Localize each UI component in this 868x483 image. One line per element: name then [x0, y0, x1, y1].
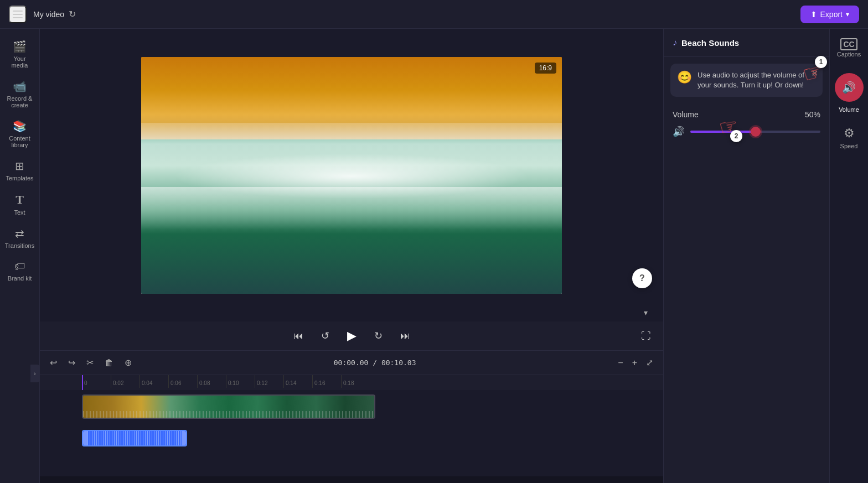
your-media-icon: 🎬	[13, 40, 27, 53]
cut-button[interactable]: ✂	[83, 355, 97, 370]
sidebar-item-label-your-media: Your media	[6, 55, 34, 69]
templates-icon: ⊞	[15, 159, 24, 173]
playback-controls: ⏮ ↺ ▶ ↻ ⏭ ⛶	[40, 321, 663, 350]
tooltip-close-button[interactable]: ✕	[811, 68, 818, 79]
audio-waveform	[87, 431, 182, 445]
fit-timeline-button[interactable]: ⤢	[643, 355, 657, 370]
sidebar-item-templates[interactable]: ⊞ Templates	[3, 155, 37, 186]
rewind-5s-button[interactable]: ↺	[318, 326, 333, 345]
export-icon: ⬆	[810, 10, 817, 19]
video-preview: 16:9	[141, 57, 562, 294]
left-sidebar: 🎬 Your media 📹 Record &create 📚 Contentl…	[0, 29, 40, 483]
sidebar-item-your-media[interactable]: 🎬 Your media	[3, 35, 37, 73]
zoom-in-button[interactable]: +	[629, 355, 640, 370]
zoom-out-button[interactable]: −	[614, 355, 626, 370]
audio-track-row	[40, 423, 663, 456]
volume-value: 50%	[805, 110, 820, 119]
transitions-icon: ⇄	[15, 227, 24, 240]
timeline-tracks	[40, 390, 663, 476]
panel-title: Beach Sounds	[681, 38, 739, 48]
content-library-icon: 📚	[13, 120, 27, 133]
play-pause-button[interactable]: ▶	[344, 325, 360, 346]
fullscreen-button[interactable]: ⛶	[638, 327, 654, 345]
help-icon: ?	[639, 273, 645, 283]
audio-clip[interactable]	[82, 430, 187, 446]
speed-button[interactable]: ⚙ Speed	[834, 122, 865, 154]
sidebar-item-label-brand-kit: Brand kit	[8, 275, 32, 282]
tooltip-emoji: 😊	[677, 70, 692, 90]
audio-track-content	[82, 423, 663, 456]
project-title[interactable]: My video ↻	[33, 9, 76, 19]
timeline-scrollbar[interactable]	[40, 476, 663, 483]
ruler-mark-010: 0:10	[226, 375, 255, 388]
ruler-mark-002: 0:02	[111, 375, 140, 388]
tooltip-card: 😊 Use audio to adjust the volume of your…	[670, 64, 823, 97]
timeline-ruler: 0 0:02 0:04 0:06 0:08 0:10 0:12 0:14 0:1…	[40, 375, 663, 390]
video-track-row	[40, 390, 663, 423]
undo-button[interactable]: ↩	[46, 355, 60, 370]
ruler-mark-014: 0:14	[283, 375, 312, 388]
sidebar-item-label-transitions: Transitions	[5, 242, 34, 249]
volume-large-icon: 🔊	[835, 73, 864, 102]
sidebar-item-brand-kit[interactable]: 🏷 Brand kit	[3, 256, 37, 286]
main-layout: 🎬 Your media 📹 Record &create 📚 Contentl…	[0, 29, 868, 483]
volume-panel-button[interactable]: 🔊 Volume	[834, 66, 865, 117]
playhead[interactable]	[82, 375, 83, 390]
brand-kit-icon: 🏷	[14, 260, 25, 273]
speed-icon: ⚙	[844, 126, 855, 141]
captions-icon: CC	[840, 38, 857, 50]
video-canvas: 16:9 ? ▾	[40, 29, 663, 321]
chevron-left-icon: ›	[34, 371, 35, 377]
audio-clip-handle-right[interactable]	[182, 431, 186, 445]
sidebar-item-content-library[interactable]: 📚 Contentlibrary	[3, 115, 37, 153]
ruler-mark-018: 0:18	[341, 375, 370, 388]
top-bar: My video ↻ ⬆ Export ▾	[0, 0, 868, 29]
volume-section: Volume 50% 🔊	[664, 103, 829, 144]
video-clip[interactable]	[82, 394, 375, 419]
ruler-mark-004: 0:04	[140, 375, 168, 388]
tooltip-text: Use audio to adjust the volume of your s…	[698, 70, 816, 90]
sidebar-item-record-create[interactable]: 📹 Record &create	[3, 75, 37, 113]
sidebar-item-label-content: Contentlibrary	[9, 135, 30, 148]
refresh-icon[interactable]: ↻	[69, 9, 76, 19]
center-area: 16:9 ? ▾ ⏮ ↺ ▶ ↻ ⏭ ⛶ ↩ ↪ ✂	[40, 29, 663, 483]
redo-button[interactable]: ↪	[65, 355, 79, 370]
chevron-down-icon: ▾	[644, 308, 648, 317]
delete-button[interactable]: 🗑	[101, 356, 117, 370]
volume-slider-thumb[interactable]	[751, 127, 761, 137]
timeline-toolbar: ↩ ↪ ✂ 🗑 ⊕ 00:00.00 / 00:10.03 − + ⤢	[40, 350, 663, 375]
aspect-ratio-badge: 16:9	[535, 63, 556, 74]
export-button[interactable]: ⬆ Export ▾	[800, 6, 859, 23]
audio-clip-handle-left[interactable]	[83, 431, 87, 445]
right-panel-header: ♪ Beach Sounds	[664, 29, 829, 57]
ruler-mark-008: 0:08	[197, 375, 226, 388]
skip-to-end-button[interactable]: ⏭	[397, 327, 414, 345]
forward-5s-button[interactable]: ↻	[371, 326, 386, 345]
ruler-mark-0: 0	[82, 375, 111, 388]
ruler-mark-016: 0:16	[312, 375, 341, 388]
speed-label: Speed	[840, 143, 858, 149]
record-create-icon: 📹	[13, 80, 27, 93]
sidebar-item-transitions[interactable]: ⇄ Transitions	[3, 222, 37, 253]
captions-button[interactable]: CC Captions	[834, 35, 865, 62]
timeline-area: ↩ ↪ ✂ 🗑 ⊕ 00:00.00 / 00:10.03 − + ⤢ 0 0:…	[40, 350, 663, 483]
scroll-down-hint: ▾	[644, 308, 648, 317]
captions-label: Captions	[837, 51, 861, 58]
menu-button[interactable]	[9, 6, 27, 23]
volume-label: Volume	[673, 110, 699, 119]
volume-slider[interactable]	[690, 131, 820, 133]
add-track-button[interactable]: ⊕	[121, 355, 135, 370]
sidebar-item-text[interactable]: T Text	[3, 188, 37, 220]
volume-slider-fill	[690, 131, 756, 133]
help-button[interactable]: ?	[632, 268, 652, 288]
export-dropdown-icon: ▾	[846, 11, 849, 18]
time-display: 00:00.00 / 00:10.03	[140, 359, 610, 367]
volume-speaker-icon: 🔊	[673, 126, 685, 138]
far-right-panel: CC Captions 🔊 Volume ⚙ Speed	[829, 29, 868, 483]
skip-to-start-button[interactable]: ⏮	[290, 327, 307, 345]
project-name-label: My video	[33, 10, 64, 19]
ruler-mark-006: 0:06	[168, 375, 197, 388]
right-panel: ♪ Beach Sounds 😊 Use audio to adjust the…	[663, 29, 829, 483]
sidebar-item-label-record: Record &create	[7, 95, 33, 108]
sidebar-collapse-button[interactable]: ›	[30, 365, 39, 382]
